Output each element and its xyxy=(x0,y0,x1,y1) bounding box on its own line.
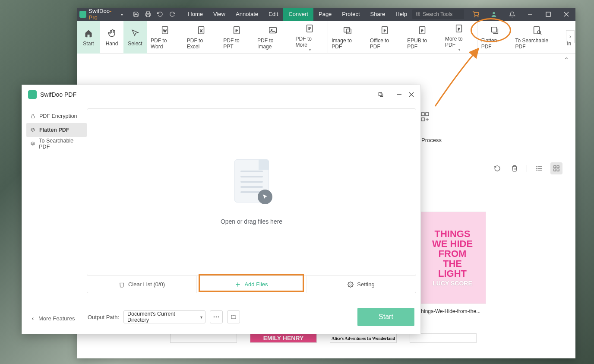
svg-rect-34 xyxy=(421,118,424,121)
thumbnail-book[interactable]: THINGS WE HIDE FROM THE LIGHT LUCY SCORE… xyxy=(418,212,487,314)
lock-icon xyxy=(30,113,36,119)
list-view-icon[interactable] xyxy=(533,162,545,174)
drop-zone[interactable]: Open or drag files here xyxy=(87,108,416,276)
cursor-icon xyxy=(130,28,141,39)
ribbon-to-searchable-label: To Searchable PDF xyxy=(515,38,559,50)
user-icon[interactable] xyxy=(485,8,503,21)
sidebar-item-flatten-pdf[interactable]: Flatten PDF xyxy=(26,123,87,137)
chevron-down-icon: ▾ xyxy=(458,48,460,52)
home-icon xyxy=(83,28,94,39)
redo-icon[interactable] xyxy=(166,8,178,21)
window-minimize[interactable] xyxy=(521,8,539,21)
ribbon-image-to-pdf[interactable]: Image to PDF xyxy=(328,21,367,54)
svg-text:P: P xyxy=(235,29,237,33)
doc-image-icon xyxy=(267,25,278,36)
hand-icon xyxy=(106,28,117,39)
menu-help[interactable]: Help xyxy=(390,8,412,21)
menu-view[interactable]: View xyxy=(208,8,231,21)
menu-annotate[interactable]: Annotate xyxy=(231,8,263,21)
ribbon-start[interactable]: Start xyxy=(77,21,100,54)
output-path-select[interactable]: Document's Current Directory ▾ xyxy=(123,310,205,323)
thumbnail-book-title: Things-We-Hide-from-the... xyxy=(418,308,487,314)
dialog-close[interactable] xyxy=(408,92,414,98)
brand-dropdown-caret[interactable]: ▾ xyxy=(121,12,123,17)
svg-text:P: P xyxy=(458,27,460,30)
bell-icon[interactable] xyxy=(503,8,521,21)
svg-point-55 xyxy=(214,317,215,318)
app-brand: SwifDoo-Pro xyxy=(89,8,120,21)
svg-rect-32 xyxy=(421,113,424,116)
setting-button[interactable]: Setting xyxy=(306,276,416,293)
menu-protect[interactable]: Protect xyxy=(337,8,365,21)
ribbon-more-to-pdf-label: More to PDF xyxy=(445,36,474,48)
trash-icon[interactable] xyxy=(509,162,521,174)
thumb-alice[interactable]: Alice's Adventures In Wonderland xyxy=(330,333,397,343)
flatten-icon xyxy=(489,25,500,36)
thumb-blank-2[interactable] xyxy=(410,333,477,343)
titlebar: SwifDoo-Pro ▾ Home View Annotate Edit Co… xyxy=(77,8,575,21)
ribbon-to-searchable[interactable]: To Searchable PDF xyxy=(512,21,562,54)
ribbon-pdf-to-word[interactable]: W PDF to Word xyxy=(147,21,183,54)
ribbon-pdf-to-more[interactable]: PDF to More ▾ xyxy=(292,21,328,54)
menu-share[interactable]: Share xyxy=(365,8,391,21)
menu-page[interactable]: Page xyxy=(313,8,337,21)
cart-icon[interactable] xyxy=(467,8,485,21)
menu-convert[interactable]: Convert xyxy=(283,8,313,21)
ribbon-select[interactable]: Select xyxy=(123,21,147,54)
svg-rect-43 xyxy=(554,166,556,168)
add-files-button[interactable]: Add Files xyxy=(197,276,306,293)
sidebar-item-to-searchable[interactable]: To Searchable PDF xyxy=(26,137,87,151)
ribbon-pdf-to-ppt[interactable]: P PDF to PPT xyxy=(220,21,254,54)
doc-word-icon: W xyxy=(160,25,171,36)
ribbon-hand[interactable]: Hand xyxy=(100,21,123,54)
svg-rect-51 xyxy=(32,116,35,118)
svg-point-6 xyxy=(478,16,478,17)
dialog-popout-icon[interactable] xyxy=(378,92,384,98)
ribbon-more-to-pdf[interactable]: P More to PDF ▾ xyxy=(442,21,477,54)
svg-rect-0 xyxy=(147,15,150,17)
svg-rect-45 xyxy=(554,169,556,171)
drop-zone-graphic xyxy=(230,159,273,207)
ribbon-office-to-pdf[interactable]: P Office to PDF xyxy=(367,21,404,54)
output-more-button[interactable] xyxy=(210,310,223,323)
output-path-label: Output Path: xyxy=(88,314,119,320)
thumbnail-book-cover: THINGS WE HIDE FROM THE LIGHT LUCY SCORE xyxy=(419,212,486,304)
doc-ppt-icon: P xyxy=(231,25,243,36)
ribbon-pdf-to-image[interactable]: PDF to Image xyxy=(254,21,292,54)
save-icon[interactable] xyxy=(130,8,142,21)
clear-list-button[interactable]: Clear List (0/0) xyxy=(87,276,197,293)
start-button[interactable]: Start xyxy=(357,308,414,326)
ribbon-epub-to-pdf[interactable]: P EPUB to PDF xyxy=(404,21,442,54)
batch-process-label[interactable]: Process xyxy=(421,137,442,143)
thumb-blank-1[interactable] xyxy=(170,333,237,343)
grid-view-icon[interactable] xyxy=(550,162,562,174)
epub-to-pdf-icon: P xyxy=(417,25,428,36)
window-close[interactable] xyxy=(557,8,575,21)
undo-icon[interactable] xyxy=(154,8,166,21)
thumb-emily-henry[interactable]: EMILY HENRY xyxy=(250,333,317,343)
search-tools-input[interactable]: Search Tools xyxy=(412,9,464,19)
refresh-icon[interactable] xyxy=(491,162,503,174)
chevron-down-icon: ▾ xyxy=(309,48,311,52)
svg-text:X: X xyxy=(200,29,202,33)
svg-rect-21 xyxy=(344,28,349,32)
output-folder-button[interactable] xyxy=(227,310,240,323)
doc-excel-icon: X xyxy=(196,25,207,36)
print-icon[interactable] xyxy=(142,8,154,21)
sidebar-item-pdf-encryption[interactable]: PDF Encryption xyxy=(26,109,87,123)
menu-home[interactable]: Home xyxy=(183,8,208,21)
ribbon-scroll-right[interactable] xyxy=(566,30,575,43)
thumbnail-row-2: EMILY HENRY Alice's Adventures In Wonder… xyxy=(170,333,477,343)
ribbon-office-to-pdf-label: Office to PDF xyxy=(370,38,400,50)
action-row: Clear List (0/0) Add Files Setting xyxy=(87,276,416,293)
ribbon-flatten-pdf[interactable]: Flatten PDF xyxy=(478,21,512,54)
menu-edit[interactable]: Edit xyxy=(263,8,283,21)
more-features-link[interactable]: More Features xyxy=(31,315,75,322)
window-maximize[interactable] xyxy=(539,8,557,21)
ribbon-collapse-icon[interactable] xyxy=(563,56,569,62)
flatten-small-icon xyxy=(30,127,36,133)
sidebar-item-label: To Searchable PDF xyxy=(39,138,83,150)
ribbon-pdf-to-excel[interactable]: X PDF to Excel xyxy=(183,21,220,54)
ribbon-convert: Start Hand Select W PDF to Word X PDF to… xyxy=(77,21,575,54)
dialog-minimize[interactable] xyxy=(396,92,402,98)
